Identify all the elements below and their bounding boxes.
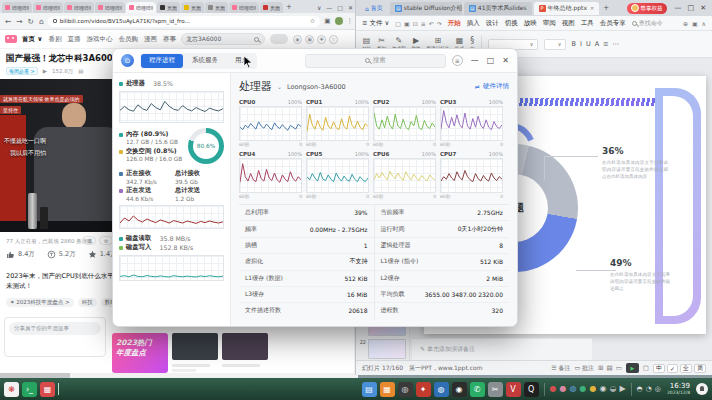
view-mode-icon[interactable]: ⊞	[598, 364, 603, 372]
volume-indicator-icon[interactable]: ◔	[646, 386, 652, 393]
profile-avatar[interactable]	[335, 17, 343, 25]
ime-icon[interactable]: 中	[653, 364, 665, 373]
bili-search-box[interactable]	[181, 33, 265, 45]
quick-access-icon[interactable]: ▢	[395, 20, 401, 27]
bili-header-button[interactable]	[270, 34, 288, 44]
tray-tray-red-icon[interactable]: ●	[550, 385, 557, 393]
home-button[interactable]: ⌂	[39, 17, 44, 26]
chevron-down-icon[interactable]: ⌄	[277, 83, 282, 90]
taskbar-launcher-icon[interactable]: ❋	[4, 382, 19, 397]
taskbar-loongson-icon[interactable]: ✦	[416, 382, 431, 397]
activity-badge[interactable]: 每周必看 >	[6, 67, 38, 75]
view-mode-icon[interactable]: ▭	[616, 364, 622, 372]
ime-icon[interactable]: 全	[680, 364, 692, 373]
thumbnail-row[interactable]: 22	[358, 339, 407, 359]
menubar-icon[interactable]: ∧	[702, 20, 706, 27]
bili-nav-item[interactable]: 会员购	[119, 35, 139, 44]
ribbon-menu-工具[interactable]: 工具	[581, 19, 594, 28]
ime-icon[interactable]: 简	[694, 364, 706, 373]
find-command[interactable]: 查找命令	[632, 19, 663, 28]
tray-tray-compass-icon[interactable]: ◒	[609, 385, 616, 393]
monitor-search-box[interactable]: 搜索	[305, 54, 446, 68]
browser-tab[interactable]: 页面	[181, 2, 204, 13]
ribbon-menu-审阅[interactable]: 审阅	[543, 19, 556, 28]
tray-tray-green-icon[interactable]: ●	[580, 385, 587, 393]
danmaku-settings[interactable]: ⚙	[99, 236, 113, 245]
bilibili-logo-icon[interactable]	[5, 35, 17, 43]
bili-nav-item[interactable]: 直播	[68, 35, 81, 44]
taskbar-browser-app-icon[interactable]: ◍	[434, 382, 449, 397]
bili-nav-item[interactable]: 漫画	[144, 35, 157, 44]
tray-tray-pink-icon[interactable]: ●	[560, 385, 567, 393]
browser-tab[interactable]: 哔哩哔哩	[33, 2, 63, 13]
wps-tab[interactable]: ⌂首页	[360, 2, 388, 15]
slide-thumbnail[interactable]	[368, 339, 406, 359]
browser-tab[interactable]: 哔哩哔哩	[229, 2, 259, 13]
ribbon-menu-切换[interactable]: 切换	[505, 19, 518, 28]
browser-tab[interactable]: 哔哩哔哩	[95, 2, 125, 13]
bili-header-icon[interactable]: ☆	[329, 35, 338, 44]
tray-tray-globe-icon[interactable]: ◍	[570, 385, 577, 393]
sidebar-cpu-section[interactable]: 处理器 38.5%	[119, 79, 224, 123]
font-style-button[interactable]: U	[586, 40, 591, 48]
taskbar-app-grid-icon[interactable]: ▦	[40, 382, 55, 397]
font-style-button[interactable]: I	[580, 40, 582, 48]
danmaku-toggle[interactable]: 弹	[82, 236, 96, 245]
tray-tray-dark-icon[interactable]: ◉	[599, 385, 606, 393]
bili-header-icon[interactable]: ✚	[317, 35, 326, 44]
bili-header-icon[interactable]: ◉	[293, 35, 302, 44]
tray-tray-play-icon[interactable]: ▶	[619, 385, 625, 393]
action-like[interactable]: 8.4万	[6, 250, 35, 259]
speaker-notes-pane[interactable]: ✎ 单击添加演讲备注	[412, 338, 592, 360]
bili-header-icon[interactable]: ▣	[305, 35, 314, 44]
sidebar-disk-section[interactable]: 磁盘读取 35.8 MB/s 磁盘写入 152.8 KB/s	[119, 234, 224, 281]
comments-button[interactable]: ▭ 批注	[574, 364, 594, 373]
browser-window-control[interactable]: —	[326, 4, 332, 11]
browser-menu-icon[interactable]: ⋮	[347, 17, 354, 25]
video-thumbnail[interactable]	[222, 333, 268, 360]
ribbon-menu-开始[interactable]: 开始	[448, 19, 461, 28]
monitor-window-control[interactable]: ✕	[502, 56, 509, 65]
hardware-detail-button[interactable]: ≓硬件详情	[475, 82, 509, 91]
taskbar-camera-icon[interactable]: ◉	[452, 382, 467, 397]
taskbar-reader-icon[interactable]: V	[506, 382, 521, 397]
view-mode-icon[interactable]: ▤	[607, 364, 613, 372]
ime-icon[interactable]: ✓	[667, 364, 678, 373]
wps-window-control[interactable]: ✕	[700, 4, 706, 12]
file-menu[interactable]: ≡ 文件 ∨	[362, 19, 389, 28]
browser-tab[interactable]: 哔哩哔哩	[2, 2, 32, 13]
menubar-icon[interactable]: ⊕	[683, 20, 688, 27]
sidebar-memory-section[interactable]: 内存 (80.9%) 12.7 GB / 15.6 GB 交换空间 (0.8%)…	[119, 128, 224, 164]
ribbon-menu-视图[interactable]: 视图	[562, 19, 575, 28]
wps-window-control[interactable]: —	[675, 4, 682, 12]
monitor-sidebar[interactable]: 处理器 38.5% 内存 (80.9%) 12.7 GB / 15.6 GB 交…	[113, 73, 231, 327]
sidebar-network-section[interactable]: 正在接收 总计接收 342.7 Kb/s 39.5 Gb 正在发送 总计发送 4…	[119, 169, 224, 229]
wps-new-tab-button[interactable]: +	[601, 4, 611, 12]
taskbar-settings-icon[interactable]: ◎	[398, 382, 413, 397]
bili-nav-item[interactable]: 番剧	[49, 35, 62, 44]
address-bar[interactable]: bilibili.com/video/BV15uAyLA71K/?spm_id_…	[48, 16, 321, 27]
bili-search-input[interactable]	[186, 36, 252, 43]
monitor-tab-1[interactable]: 程序进程	[141, 54, 183, 68]
net-indicator-icon[interactable]: ◓	[637, 386, 643, 393]
member-badge[interactable]: 尊享权益	[627, 3, 667, 14]
ribbon-menu-设计[interactable]: 设计	[486, 19, 499, 28]
browser-tab[interactable]: 页面	[260, 2, 283, 13]
ribbon-menu-插入[interactable]: 插入	[467, 19, 480, 28]
ribbon-menu-放映[interactable]: 放映	[524, 19, 537, 28]
new-tab-button[interactable]: +	[284, 2, 294, 13]
wps-tab[interactable]: ▤stable Diffusion介绍	[390, 2, 462, 15]
slideshow-play-button[interactable]: ▶	[626, 363, 639, 373]
monitor-menu-icon[interactable]: ≡	[452, 55, 463, 66]
forward-button[interactable]: →	[16, 17, 22, 26]
quick-access-icon[interactable]: ↶	[429, 20, 434, 27]
action-coin[interactable]: 5.2万	[47, 250, 76, 259]
video-tag[interactable]: 科技	[78, 298, 97, 307]
font-style-button[interactable]: B	[572, 40, 576, 48]
comment-input[interactable]: 分享属于你的年度故事	[9, 322, 101, 335]
monitor-window-control[interactable]: —	[471, 56, 479, 65]
menubar-icon[interactable]: ▣	[692, 20, 698, 27]
fullscreen-icon[interactable]: ▢	[643, 364, 649, 372]
browser-window-control[interactable]: ✕	[348, 4, 353, 11]
font-size-select[interactable]: ∨	[544, 39, 566, 50]
